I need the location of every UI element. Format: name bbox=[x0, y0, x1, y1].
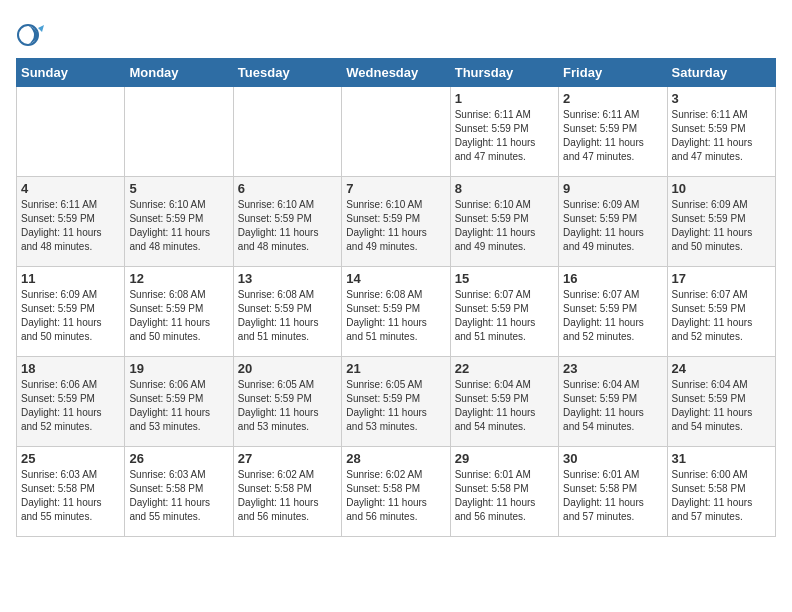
day-info: Sunrise: 6:10 AM Sunset: 5:59 PM Dayligh… bbox=[238, 198, 337, 254]
calendar-cell bbox=[342, 87, 450, 177]
calendar-cell: 31Sunrise: 6:00 AM Sunset: 5:58 PM Dayli… bbox=[667, 447, 775, 537]
day-info: Sunrise: 6:09 AM Sunset: 5:59 PM Dayligh… bbox=[21, 288, 120, 344]
day-header-sunday: Sunday bbox=[17, 59, 125, 87]
day-info: Sunrise: 6:07 AM Sunset: 5:59 PM Dayligh… bbox=[563, 288, 662, 344]
logo bbox=[16, 16, 48, 50]
calendar-cell: 25Sunrise: 6:03 AM Sunset: 5:58 PM Dayli… bbox=[17, 447, 125, 537]
day-info: Sunrise: 6:09 AM Sunset: 5:59 PM Dayligh… bbox=[672, 198, 771, 254]
calendar-cell bbox=[233, 87, 341, 177]
calendar-cell: 24Sunrise: 6:04 AM Sunset: 5:59 PM Dayli… bbox=[667, 357, 775, 447]
calendar-cell: 17Sunrise: 6:07 AM Sunset: 5:59 PM Dayli… bbox=[667, 267, 775, 357]
day-number: 18 bbox=[21, 361, 120, 376]
logo-icon bbox=[16, 20, 46, 50]
day-number: 2 bbox=[563, 91, 662, 106]
day-number: 6 bbox=[238, 181, 337, 196]
day-number: 12 bbox=[129, 271, 228, 286]
calendar-cell: 7Sunrise: 6:10 AM Sunset: 5:59 PM Daylig… bbox=[342, 177, 450, 267]
day-info: Sunrise: 6:08 AM Sunset: 5:59 PM Dayligh… bbox=[129, 288, 228, 344]
calendar-cell: 20Sunrise: 6:05 AM Sunset: 5:59 PM Dayli… bbox=[233, 357, 341, 447]
calendar-cell: 2Sunrise: 6:11 AM Sunset: 5:59 PM Daylig… bbox=[559, 87, 667, 177]
day-number: 14 bbox=[346, 271, 445, 286]
calendar-week-5: 25Sunrise: 6:03 AM Sunset: 5:58 PM Dayli… bbox=[17, 447, 776, 537]
calendar-table: SundayMondayTuesdayWednesdayThursdayFrid… bbox=[16, 58, 776, 537]
day-number: 20 bbox=[238, 361, 337, 376]
day-number: 1 bbox=[455, 91, 554, 106]
calendar-cell bbox=[17, 87, 125, 177]
day-number: 8 bbox=[455, 181, 554, 196]
calendar-cell: 27Sunrise: 6:02 AM Sunset: 5:58 PM Dayli… bbox=[233, 447, 341, 537]
calendar-week-1: 1Sunrise: 6:11 AM Sunset: 5:59 PM Daylig… bbox=[17, 87, 776, 177]
day-info: Sunrise: 6:05 AM Sunset: 5:59 PM Dayligh… bbox=[346, 378, 445, 434]
calendar-cell: 5Sunrise: 6:10 AM Sunset: 5:59 PM Daylig… bbox=[125, 177, 233, 267]
calendar-cell: 4Sunrise: 6:11 AM Sunset: 5:59 PM Daylig… bbox=[17, 177, 125, 267]
header bbox=[16, 16, 776, 50]
day-info: Sunrise: 6:03 AM Sunset: 5:58 PM Dayligh… bbox=[129, 468, 228, 524]
day-info: Sunrise: 6:11 AM Sunset: 5:59 PM Dayligh… bbox=[563, 108, 662, 164]
day-number: 30 bbox=[563, 451, 662, 466]
calendar-cell: 11Sunrise: 6:09 AM Sunset: 5:59 PM Dayli… bbox=[17, 267, 125, 357]
calendar-cell: 13Sunrise: 6:08 AM Sunset: 5:59 PM Dayli… bbox=[233, 267, 341, 357]
day-info: Sunrise: 6:11 AM Sunset: 5:59 PM Dayligh… bbox=[672, 108, 771, 164]
day-number: 26 bbox=[129, 451, 228, 466]
day-number: 3 bbox=[672, 91, 771, 106]
day-info: Sunrise: 6:08 AM Sunset: 5:59 PM Dayligh… bbox=[346, 288, 445, 344]
day-info: Sunrise: 6:08 AM Sunset: 5:59 PM Dayligh… bbox=[238, 288, 337, 344]
calendar-cell: 29Sunrise: 6:01 AM Sunset: 5:58 PM Dayli… bbox=[450, 447, 558, 537]
day-number: 7 bbox=[346, 181, 445, 196]
day-header-tuesday: Tuesday bbox=[233, 59, 341, 87]
calendar-cell: 18Sunrise: 6:06 AM Sunset: 5:59 PM Dayli… bbox=[17, 357, 125, 447]
calendar-cell: 19Sunrise: 6:06 AM Sunset: 5:59 PM Dayli… bbox=[125, 357, 233, 447]
calendar-cell: 3Sunrise: 6:11 AM Sunset: 5:59 PM Daylig… bbox=[667, 87, 775, 177]
day-number: 16 bbox=[563, 271, 662, 286]
calendar-cell: 12Sunrise: 6:08 AM Sunset: 5:59 PM Dayli… bbox=[125, 267, 233, 357]
day-header-monday: Monday bbox=[125, 59, 233, 87]
calendar-cell: 15Sunrise: 6:07 AM Sunset: 5:59 PM Dayli… bbox=[450, 267, 558, 357]
calendar-cell: 6Sunrise: 6:10 AM Sunset: 5:59 PM Daylig… bbox=[233, 177, 341, 267]
day-info: Sunrise: 6:09 AM Sunset: 5:59 PM Dayligh… bbox=[563, 198, 662, 254]
day-number: 19 bbox=[129, 361, 228, 376]
calendar-cell: 28Sunrise: 6:02 AM Sunset: 5:58 PM Dayli… bbox=[342, 447, 450, 537]
day-info: Sunrise: 6:07 AM Sunset: 5:59 PM Dayligh… bbox=[455, 288, 554, 344]
calendar-cell: 30Sunrise: 6:01 AM Sunset: 5:58 PM Dayli… bbox=[559, 447, 667, 537]
day-number: 10 bbox=[672, 181, 771, 196]
day-number: 17 bbox=[672, 271, 771, 286]
day-number: 23 bbox=[563, 361, 662, 376]
calendar-header-row: SundayMondayTuesdayWednesdayThursdayFrid… bbox=[17, 59, 776, 87]
calendar-cell: 23Sunrise: 6:04 AM Sunset: 5:59 PM Dayli… bbox=[559, 357, 667, 447]
day-info: Sunrise: 6:02 AM Sunset: 5:58 PM Dayligh… bbox=[238, 468, 337, 524]
day-info: Sunrise: 6:11 AM Sunset: 5:59 PM Dayligh… bbox=[455, 108, 554, 164]
day-info: Sunrise: 6:10 AM Sunset: 5:59 PM Dayligh… bbox=[346, 198, 445, 254]
day-number: 28 bbox=[346, 451, 445, 466]
calendar-cell: 8Sunrise: 6:10 AM Sunset: 5:59 PM Daylig… bbox=[450, 177, 558, 267]
day-info: Sunrise: 6:00 AM Sunset: 5:58 PM Dayligh… bbox=[672, 468, 771, 524]
day-number: 22 bbox=[455, 361, 554, 376]
day-info: Sunrise: 6:05 AM Sunset: 5:59 PM Dayligh… bbox=[238, 378, 337, 434]
day-info: Sunrise: 6:04 AM Sunset: 5:59 PM Dayligh… bbox=[672, 378, 771, 434]
day-info: Sunrise: 6:01 AM Sunset: 5:58 PM Dayligh… bbox=[563, 468, 662, 524]
day-info: Sunrise: 6:06 AM Sunset: 5:59 PM Dayligh… bbox=[129, 378, 228, 434]
calendar-week-4: 18Sunrise: 6:06 AM Sunset: 5:59 PM Dayli… bbox=[17, 357, 776, 447]
calendar-cell: 1Sunrise: 6:11 AM Sunset: 5:59 PM Daylig… bbox=[450, 87, 558, 177]
day-number: 29 bbox=[455, 451, 554, 466]
day-info: Sunrise: 6:04 AM Sunset: 5:59 PM Dayligh… bbox=[563, 378, 662, 434]
calendar-cell: 9Sunrise: 6:09 AM Sunset: 5:59 PM Daylig… bbox=[559, 177, 667, 267]
day-number: 25 bbox=[21, 451, 120, 466]
day-header-friday: Friday bbox=[559, 59, 667, 87]
day-info: Sunrise: 6:10 AM Sunset: 5:59 PM Dayligh… bbox=[455, 198, 554, 254]
day-info: Sunrise: 6:11 AM Sunset: 5:59 PM Dayligh… bbox=[21, 198, 120, 254]
day-number: 4 bbox=[21, 181, 120, 196]
day-number: 13 bbox=[238, 271, 337, 286]
day-number: 24 bbox=[672, 361, 771, 376]
calendar-cell: 16Sunrise: 6:07 AM Sunset: 5:59 PM Dayli… bbox=[559, 267, 667, 357]
day-info: Sunrise: 6:06 AM Sunset: 5:59 PM Dayligh… bbox=[21, 378, 120, 434]
day-number: 11 bbox=[21, 271, 120, 286]
day-number: 21 bbox=[346, 361, 445, 376]
calendar-cell: 26Sunrise: 6:03 AM Sunset: 5:58 PM Dayli… bbox=[125, 447, 233, 537]
day-header-saturday: Saturday bbox=[667, 59, 775, 87]
day-info: Sunrise: 6:01 AM Sunset: 5:58 PM Dayligh… bbox=[455, 468, 554, 524]
day-number: 15 bbox=[455, 271, 554, 286]
day-info: Sunrise: 6:03 AM Sunset: 5:58 PM Dayligh… bbox=[21, 468, 120, 524]
calendar-cell: 10Sunrise: 6:09 AM Sunset: 5:59 PM Dayli… bbox=[667, 177, 775, 267]
day-info: Sunrise: 6:02 AM Sunset: 5:58 PM Dayligh… bbox=[346, 468, 445, 524]
day-number: 27 bbox=[238, 451, 337, 466]
